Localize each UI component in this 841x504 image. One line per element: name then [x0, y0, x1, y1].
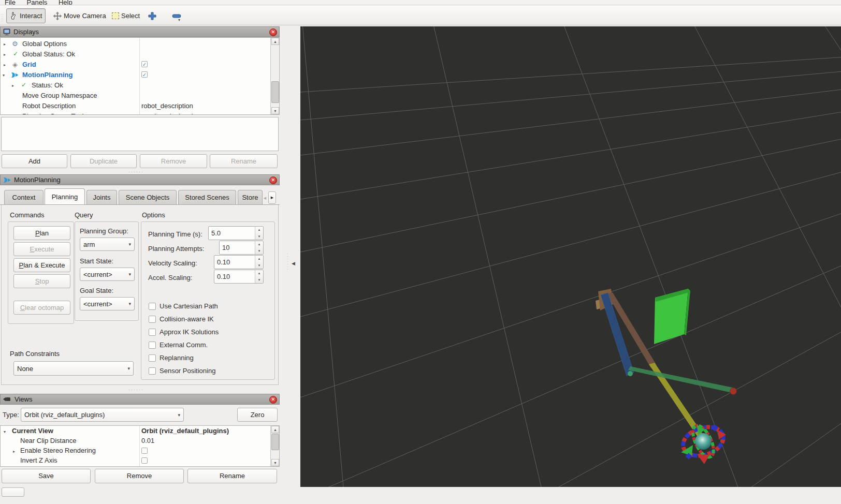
menu-panels[interactable]: Panels: [27, 0, 48, 5]
start-state-dropdown[interactable]: <current> ▾: [80, 268, 135, 281]
use-cartesian-path-row[interactable]: Use Cartesian Path: [149, 302, 218, 310]
remove-display-button[interactable]: Remove: [140, 154, 207, 168]
stereo-checkbox[interactable]: [141, 448, 148, 454]
external-comm-checkbox[interactable]: [149, 342, 156, 349]
menu-file[interactable]: File: [5, 0, 16, 5]
stop-button[interactable]: Stop: [13, 274, 70, 288]
marker-arrow-red-down[interactable]: [697, 454, 709, 464]
tree-value[interactable]: 0.01: [141, 437, 154, 444]
move-camera-tool-button[interactable]: Move Camera: [50, 8, 109, 23]
approx-ik-solutions-row[interactable]: Approx IK Solutions: [149, 328, 219, 336]
panel-splitter[interactable]: ······: [128, 169, 144, 174]
spin-up-icon[interactable]: ▴: [258, 257, 260, 261]
invert-z-checkbox[interactable]: [141, 457, 148, 464]
tree-row-mp-status[interactable]: ▸ ✓ Status: Ok: [1, 80, 270, 91]
tab-scroll-right-icon[interactable]: ▶: [268, 191, 276, 204]
motionplanning-enabled-checkbox[interactable]: ✓: [141, 71, 148, 78]
tree-row-motionplanning[interactable]: ▾ MotionPlanning ✓: [1, 70, 270, 80]
displays-close-button[interactable]: ✕: [269, 28, 277, 36]
viewport-splitter[interactable]: ·······: [287, 253, 291, 275]
approx-ik-solutions-checkbox[interactable]: [149, 329, 156, 336]
views-tree[interactable]: ▾ Current View Orbit (rviz_default_plugi…: [0, 425, 280, 467]
motionplanning-close-button[interactable]: ✕: [269, 176, 277, 184]
displays-scrollbar-thumb[interactable]: [271, 81, 279, 103]
tab-context[interactable]: Context: [4, 190, 44, 204]
tab-joints[interactable]: Joints: [86, 190, 117, 204]
menu-help[interactable]: Help: [59, 0, 72, 5]
add-display-button[interactable]: Add: [2, 154, 67, 168]
scroll-down-icon[interactable]: ▼: [271, 459, 279, 466]
marker-center-sphere[interactable]: [695, 433, 712, 450]
remove-view-button[interactable]: Remove: [95, 469, 184, 483]
tree-row-near-clip[interactable]: Near Clip Distance 0.01: [1, 436, 270, 447]
tree-row-current-view[interactable]: ▾ Current View Orbit (rviz_default_plugi…: [1, 426, 270, 437]
tree-row-global-options[interactable]: ▸ ⚙ Global Options: [1, 39, 270, 49]
tab-stored-scenes[interactable]: Stored Scenes: [178, 190, 236, 204]
spin-down-icon[interactable]: ▾: [258, 234, 260, 239]
add-tool-button[interactable]: [145, 8, 160, 23]
sensor-positioning-row[interactable]: Sensor Positioning: [149, 367, 215, 375]
views-scrollbar[interactable]: ▲ ▼: [270, 426, 279, 466]
scroll-down-icon[interactable]: ▼: [271, 107, 279, 114]
external-comm-row[interactable]: External Comm.: [149, 341, 208, 349]
expander-icon[interactable]: ▸: [13, 449, 15, 454]
collapse-panel-icon[interactable]: ◀: [292, 261, 295, 266]
tab-scroll-left-icon[interactable]: ◀: [262, 192, 268, 204]
expander-icon[interactable]: ▸: [4, 63, 6, 67]
zero-button[interactable]: Zero: [237, 408, 278, 422]
views-scrollbar-thumb[interactable]: [271, 434, 279, 450]
expander-icon[interactable]: ▸: [4, 42, 6, 47]
clear-octomap-button[interactable]: Clear octomap: [13, 301, 70, 315]
grid-enabled-checkbox[interactable]: ✓: [141, 61, 148, 67]
replanning-checkbox[interactable]: [149, 354, 156, 362]
select-tool-button[interactable]: Select: [109, 8, 143, 23]
goal-state-dropdown[interactable]: <current> ▾: [80, 297, 135, 310]
path-constraints-dropdown[interactable]: None ▾: [13, 361, 134, 376]
replanning-row[interactable]: Replanning: [149, 354, 194, 362]
plan-button[interactable]: Plan: [13, 226, 70, 240]
collision-aware-ik-row[interactable]: Collision-aware IK: [149, 315, 214, 323]
spin-down-icon[interactable]: ▾: [258, 278, 260, 282]
duplicate-display-button[interactable]: Duplicate: [70, 154, 137, 168]
views-panel-titlebar[interactable]: Views ✕: [0, 394, 280, 405]
scroll-up-icon[interactable]: ▲: [271, 38, 279, 45]
tree-row-invert-z[interactable]: Invert Z Axis: [1, 456, 270, 466]
3d-viewport[interactable]: [300, 26, 841, 487]
expander-icon[interactable]: ▸: [4, 52, 6, 57]
expander-icon[interactable]: ▾: [3, 73, 5, 78]
views-close-button[interactable]: ✕: [269, 396, 277, 404]
accel-scaling-spinbox[interactable]: 0.10 ▴▾: [214, 270, 264, 284]
interactive-marker[interactable]: [679, 422, 727, 464]
spin-up-icon[interactable]: ▴: [258, 228, 260, 232]
panel-splitter[interactable]: ······: [128, 387, 144, 392]
execute-button[interactable]: Execute: [13, 242, 70, 256]
interact-tool-button[interactable]: Interact: [6, 8, 46, 23]
tab-planning[interactable]: Planning: [45, 188, 85, 204]
sensor-positioning-checkbox[interactable]: [149, 367, 156, 375]
velocity-scaling-spinbox[interactable]: 0.10 ▴▾: [214, 255, 264, 269]
spin-up-icon[interactable]: ▴: [258, 242, 260, 246]
spin-down-icon[interactable]: ▾: [258, 249, 260, 253]
remove-tool-button[interactable]: ▾: [169, 8, 184, 23]
expander-icon[interactable]: ▾: [4, 429, 6, 434]
scroll-up-icon[interactable]: ▲: [271, 426, 279, 433]
tab-stored-states[interactable]: Store: [238, 190, 263, 204]
spin-up-icon[interactable]: ▴: [258, 271, 260, 275]
view-type-dropdown[interactable]: Orbit (rviz_default_plugins) ▾: [21, 408, 184, 422]
rename-view-button[interactable]: Rename: [187, 469, 277, 483]
collision-aware-ik-checkbox[interactable]: [149, 316, 156, 323]
use-cartesian-path-checkbox[interactable]: [149, 303, 156, 310]
motionplanning-panel-titlebar[interactable]: MotionPlanning ✕: [0, 174, 280, 185]
save-view-button[interactable]: Save: [2, 469, 91, 483]
tool-overflow-caret-icon[interactable]: ▾: [178, 18, 180, 22]
tree-value[interactable]: robot_description: [141, 102, 193, 110]
planning-group-dropdown[interactable]: arm ▾: [80, 238, 135, 251]
tree-row-stereo[interactable]: ▸ Enable Stereo Rendering: [1, 446, 270, 456]
spin-down-icon[interactable]: ▾: [258, 263, 260, 268]
displays-scrollbar[interactable]: ▲ ▼: [270, 38, 279, 114]
toolbar-drag-handle[interactable]: ········: [1, 14, 4, 27]
planning-time-spinbox[interactable]: 5.0 ▴▾: [208, 226, 264, 240]
tree-row-robot-description[interactable]: Robot Description robot_description: [1, 101, 270, 111]
tree-value[interactable]: monitored_planning_scene: [141, 112, 222, 115]
partial-bottom-button[interactable]: [2, 487, 24, 497]
